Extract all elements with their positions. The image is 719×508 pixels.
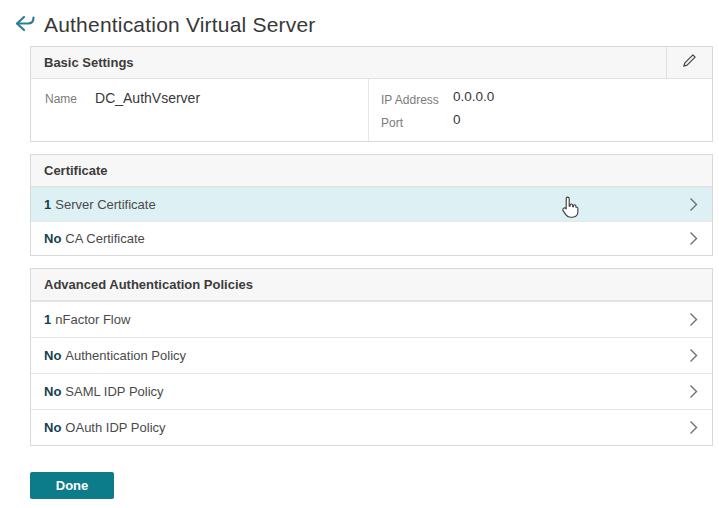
list-item-oauth-idp-policy[interactable]: No OAuth IDP Policy (31, 409, 712, 445)
ip-address-label: IP Address (381, 87, 453, 110)
ip-address-field: IP Address 0.0.0.0 (381, 87, 700, 110)
name-value: DC_AuthVserver (95, 90, 200, 106)
row-label: nFactor Flow (55, 312, 130, 327)
advanced-policies-title: Advanced Authentication Policies (31, 269, 253, 300)
list-item-server-certificate[interactable]: 1 Server Certificate (31, 187, 712, 221)
row-count: No (44, 231, 61, 246)
list-item-saml-idp-policy[interactable]: No SAML IDP Policy (31, 373, 712, 409)
certificate-panel: Certificate 1 Server Certificate No CA C… (30, 154, 713, 256)
chevron-right-icon (689, 312, 698, 327)
basic-settings-title: Basic Settings (31, 47, 134, 78)
basic-settings-body: Name DC_AuthVserver IP Address 0.0.0.0 P… (31, 79, 712, 141)
basic-settings-actions (666, 47, 712, 78)
address-fields: IP Address 0.0.0.0 Port 0 (368, 79, 712, 141)
chevron-right-icon (689, 348, 698, 363)
chevron-right-icon (689, 231, 698, 246)
row-count: No (44, 384, 61, 399)
chevron-right-icon (689, 384, 698, 399)
row-label: SAML IDP Policy (65, 384, 163, 399)
page-header: Authentication Virtual Server (0, 0, 719, 46)
page-title: Authentication Virtual Server (44, 13, 316, 37)
port-field: Port 0 (381, 110, 700, 133)
done-button[interactable]: Done (30, 472, 114, 499)
list-item-ca-certificate[interactable]: No CA Certificate (31, 221, 712, 255)
edit-button[interactable] (667, 47, 712, 78)
port-value: 0 (453, 110, 461, 133)
chevron-right-icon (689, 420, 698, 435)
name-field: Name DC_AuthVserver (31, 79, 368, 141)
row-count: 1 (44, 197, 51, 212)
back-arrow-icon (14, 14, 36, 36)
list-item-authentication-policy[interactable]: No Authentication Policy (31, 337, 712, 373)
basic-settings-panel: Basic Settings Name DC_AuthVserver IP Ad… (30, 46, 713, 142)
back-button[interactable] (13, 15, 37, 35)
ip-address-value: 0.0.0.0 (453, 87, 494, 110)
name-label: Name (45, 90, 77, 106)
row-count: No (44, 420, 61, 435)
row-count: No (44, 348, 61, 363)
pencil-icon (682, 53, 697, 72)
advanced-policies-panel: Advanced Authentication Policies 1 nFact… (30, 268, 713, 446)
certificate-header: Certificate (31, 155, 712, 187)
certificate-title: Certificate (31, 155, 108, 186)
advanced-policies-header: Advanced Authentication Policies (31, 269, 712, 301)
row-label: CA Certificate (65, 231, 144, 246)
basic-settings-header: Basic Settings (31, 47, 712, 79)
row-label: Server Certificate (55, 197, 155, 212)
row-label: Authentication Policy (65, 348, 186, 363)
list-item-nfactor-flow[interactable]: 1 nFactor Flow (31, 301, 712, 337)
chevron-right-icon (689, 197, 698, 212)
row-count: 1 (44, 312, 51, 327)
port-label: Port (381, 110, 453, 133)
row-label: OAuth IDP Policy (65, 420, 165, 435)
